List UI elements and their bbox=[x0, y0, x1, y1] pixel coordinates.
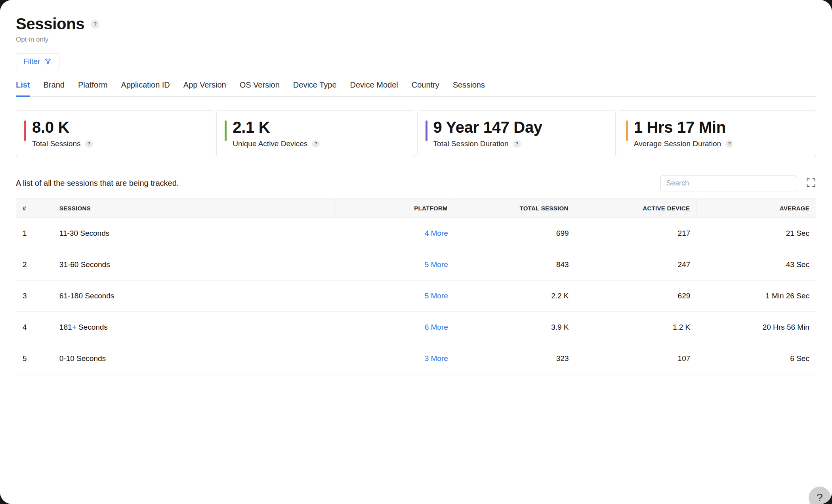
tab-app-version[interactable]: App Version bbox=[183, 80, 226, 97]
sessions-page: Sessions ? Opt-in only Filter List Brand… bbox=[0, 0, 832, 504]
cell-average: 1 Min 26 Sec bbox=[697, 292, 816, 300]
stat-value: 1 Hrs 17 Min bbox=[634, 118, 733, 136]
table-row: 3 61-180 Seconds 5 More 2.2 K 629 1 Min … bbox=[16, 281, 816, 312]
help-fab-button[interactable]: ? bbox=[809, 487, 831, 504]
filter-button-label: Filter bbox=[23, 57, 40, 66]
cell-index: 1 bbox=[16, 229, 53, 238]
table-description: A list of all the sessions that are bein… bbox=[16, 179, 179, 188]
cell-total-session: 323 bbox=[454, 354, 575, 363]
stat-help-icon[interactable]: ? bbox=[85, 140, 93, 148]
stat-label: Total Session Duration bbox=[433, 139, 509, 148]
cell-total-session: 2.2 K bbox=[454, 292, 575, 300]
cell-index: 5 bbox=[16, 354, 53, 363]
col-header-index: # bbox=[16, 199, 53, 218]
tab-application-id[interactable]: Application ID bbox=[121, 80, 170, 97]
cell-active-device: 107 bbox=[575, 354, 697, 363]
tab-os-version[interactable]: OS Version bbox=[240, 80, 280, 97]
stat-label: Unique Active Devices bbox=[233, 139, 307, 148]
stat-card-total-sessions: 8.0 K Total Sessions ? bbox=[16, 110, 214, 157]
table-row: 1 11-30 Seconds 4 More 699 217 21 Sec bbox=[16, 218, 816, 249]
stat-value: 9 Year 147 Day bbox=[433, 118, 542, 136]
table-header-row: # SESSIONS PLATFORM TOTAL SESSION ACTIVE… bbox=[16, 199, 816, 218]
cell-index: 4 bbox=[16, 323, 53, 332]
cell-total-session: 843 bbox=[454, 260, 575, 269]
cell-active-device: 217 bbox=[575, 229, 697, 238]
cell-total-session: 3.9 K bbox=[454, 323, 575, 332]
cell-total-session: 699 bbox=[454, 229, 575, 238]
tab-device-model[interactable]: Device Model bbox=[350, 80, 398, 97]
title-help-icon[interactable]: ? bbox=[91, 20, 99, 29]
platform-more-link[interactable]: 5 More bbox=[425, 292, 448, 300]
table-row: 5 0-10 Seconds 3 More 323 107 6 Sec bbox=[16, 343, 816, 374]
col-header-average: AVERAGE bbox=[697, 199, 816, 218]
platform-more-link[interactable]: 3 More bbox=[425, 354, 448, 363]
stat-card-average-session-duration: 1 Hrs 17 Min Average Session Duration ? bbox=[618, 110, 816, 157]
search-input[interactable] bbox=[660, 176, 797, 191]
cell-sessions: 31-60 Seconds bbox=[53, 260, 336, 269]
platform-more-link[interactable]: 5 More bbox=[425, 260, 448, 269]
tab-brand[interactable]: Brand bbox=[44, 80, 65, 97]
tab-sessions[interactable]: Sessions bbox=[453, 80, 485, 97]
col-header-total-session: TOTAL SESSION bbox=[454, 199, 575, 218]
stat-help-icon[interactable]: ? bbox=[513, 140, 521, 148]
tab-device-type[interactable]: Device Type bbox=[293, 80, 337, 97]
filter-button[interactable]: Filter bbox=[16, 53, 59, 70]
tab-list[interactable]: List bbox=[16, 80, 30, 97]
stat-accent-bar bbox=[225, 120, 227, 141]
stat-card-unique-active-devices: 2.1 K Unique Active Devices ? bbox=[216, 110, 415, 157]
cell-active-device: 1.2 K bbox=[575, 323, 697, 332]
stats-row: 8.0 K Total Sessions ? 2.1 K Unique Acti… bbox=[16, 110, 816, 157]
page-subtitle: Opt-in only bbox=[16, 36, 816, 44]
table-toolbar: A list of all the sessions that are bein… bbox=[16, 176, 816, 191]
cell-sessions: 61-180 Seconds bbox=[53, 292, 336, 300]
cell-sessions: 181+ Seconds bbox=[53, 323, 336, 332]
cell-sessions: 11-30 Seconds bbox=[53, 229, 336, 238]
filter-funnel-icon bbox=[44, 57, 52, 65]
page-header: Sessions ? bbox=[16, 15, 816, 33]
cell-index: 3 bbox=[16, 292, 53, 300]
cell-average: 21 Sec bbox=[697, 229, 816, 238]
tab-platform[interactable]: Platform bbox=[78, 80, 107, 97]
tab-country[interactable]: Country bbox=[412, 80, 439, 97]
cell-average: 20 Hrs 56 Min bbox=[697, 323, 816, 332]
cell-active-device: 629 bbox=[575, 292, 697, 300]
table-row: 2 31-60 Seconds 5 More 843 247 43 Sec bbox=[16, 249, 816, 281]
fullscreen-button[interactable] bbox=[806, 178, 816, 189]
col-header-sessions: SESSIONS bbox=[53, 199, 336, 218]
cell-average: 6 Sec bbox=[697, 354, 816, 363]
stat-accent-bar bbox=[24, 120, 26, 141]
platform-more-link[interactable]: 6 More bbox=[425, 323, 448, 331]
stat-label: Total Sessions bbox=[32, 139, 81, 148]
report-tabs: List Brand Platform Application ID App V… bbox=[16, 80, 816, 97]
stat-help-icon[interactable]: ? bbox=[725, 140, 733, 148]
fullscreen-icon bbox=[806, 178, 816, 189]
stat-value: 2.1 K bbox=[233, 118, 320, 136]
col-header-platform: PLATFORM bbox=[336, 199, 454, 218]
stat-value: 8.0 K bbox=[32, 118, 93, 136]
col-header-active-device: ACTIVE DEVICE bbox=[575, 199, 697, 218]
stat-label: Average Session Duration bbox=[634, 139, 721, 148]
cell-sessions: 0-10 Seconds bbox=[53, 354, 336, 363]
table-row: 4 181+ Seconds 6 More 3.9 K 1.2 K 20 Hrs… bbox=[16, 312, 816, 343]
stat-card-total-session-duration: 9 Year 147 Day Total Session Duration ? bbox=[417, 110, 616, 157]
sessions-table: # SESSIONS PLATFORM TOTAL SESSION ACTIVE… bbox=[16, 199, 816, 504]
stat-accent-bar bbox=[426, 120, 427, 141]
stat-help-icon[interactable]: ? bbox=[312, 140, 320, 148]
cell-active-device: 247 bbox=[575, 260, 697, 269]
cell-average: 43 Sec bbox=[697, 260, 816, 269]
platform-more-link[interactable]: 4 More bbox=[425, 229, 448, 237]
stat-accent-bar bbox=[626, 120, 628, 141]
cell-index: 2 bbox=[16, 260, 53, 269]
page-title: Sessions bbox=[16, 15, 84, 33]
